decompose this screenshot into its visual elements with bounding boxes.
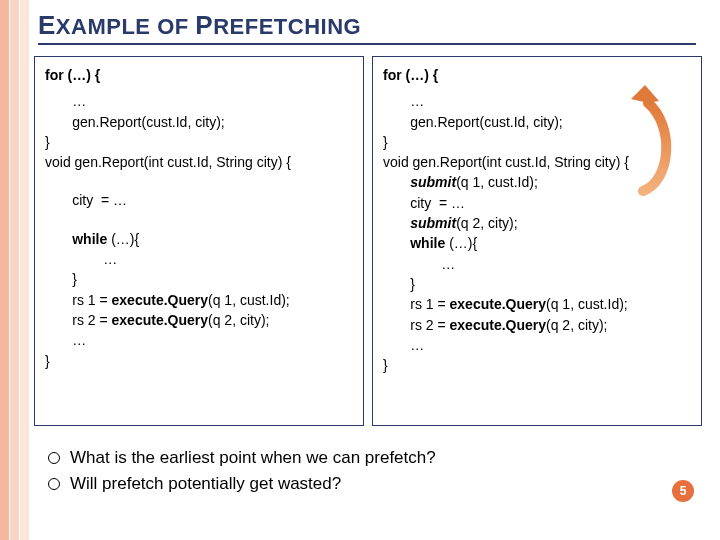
bullet-icon [48,452,60,464]
code-line: rs 2 = execute.Query(q 2, city); [383,315,691,335]
code-line: } [45,351,353,371]
code-line: } [45,132,353,152]
code-line: rs 2 = execute.Query(q 2, city); [45,310,353,330]
bullet-item: Will prefetch potentially get wasted? [48,474,436,494]
code-line: … [383,254,691,274]
code-line: gen.Report(cust.Id, city); [383,112,691,132]
code-line: … [45,330,353,350]
bullet-item: What is the earliest point when we can p… [48,448,436,468]
code-line: city = … [45,190,353,210]
code-line: for (…) { [383,65,691,85]
code-line: submit(q 2, city); [383,213,691,233]
code-line: … [45,91,353,111]
code-line: void gen.Report(int cust.Id, String city… [383,152,691,172]
code-line: … [383,91,691,111]
slide-title: EXAMPLE OF PREFETCHING [38,10,696,45]
code-line: } [45,269,353,289]
code-line: for (…) { [45,65,353,85]
code-line: rs 1 = execute.Query(q 1, cust.Id); [383,294,691,314]
code-before: for (…) { … gen.Report(cust.Id, city); }… [34,56,364,426]
code-line: } [383,355,691,375]
code-line: … [45,249,353,269]
bullet-text: What is the earliest point when we can p… [70,448,436,468]
code-line: while (…){ [45,229,353,249]
code-line: … [383,335,691,355]
code-line: while (…){ [383,233,691,253]
slide: EXAMPLE OF PREFETCHING for (…) { … gen.R… [0,0,720,540]
page-number: 5 [672,480,694,502]
bullet-list: What is the earliest point when we can p… [48,448,436,500]
code-columns: for (…) { … gen.Report(cust.Id, city); }… [34,56,706,426]
code-line: rs 1 = execute.Query(q 1, cust.Id); [45,290,353,310]
code-line: } [383,274,691,294]
code-line: submit(q 1, cust.Id); [383,172,691,192]
bullet-icon [48,478,60,490]
bullet-text: Will prefetch potentially get wasted? [70,474,341,494]
code-line: } [383,132,691,152]
code-line: gen.Report(cust.Id, city); [45,112,353,132]
code-line: city = … [383,193,691,213]
code-after: for (…) { … gen.Report(cust.Id, city); }… [372,56,702,426]
code-line: void gen.Report(int cust.Id, String city… [45,152,353,172]
decorative-stripes [0,0,30,540]
